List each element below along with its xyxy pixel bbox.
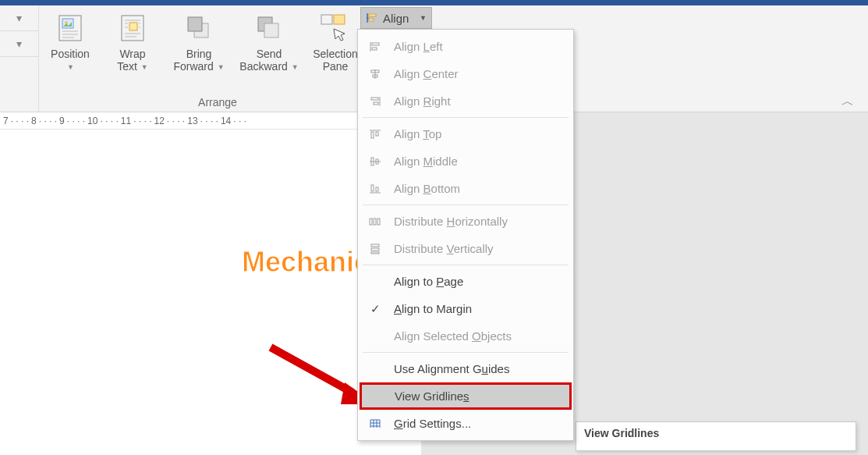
menu-view-gridlines[interactable]: View Gridlines	[360, 382, 572, 410]
wrap-text-icon	[119, 10, 146, 46]
checkmark-icon: ✓	[367, 302, 383, 316]
menu-label: Align Selected Objects	[394, 329, 512, 343]
menu-align-selected-objects[interactable]: Align Selected Objects	[358, 322, 573, 350]
menu-align-middle[interactable]: Align Middle	[358, 148, 573, 175]
stub-row[interactable]: ▾	[0, 31, 38, 57]
menu-label: Align to Margin	[394, 302, 472, 315]
menu-label: Distribute Vertically	[394, 242, 494, 255]
menu-distribute-vertically[interactable]: Distribute Vertically	[358, 235, 573, 262]
menu-separator	[363, 352, 569, 353]
svg-rect-47	[371, 252, 379, 254]
svg-rect-9	[129, 23, 137, 30]
ribbon-left-stub: ▾ ▾	[0, 5, 39, 112]
selection-pane-label: SelectionPane	[313, 48, 358, 73]
menu-use-alignment-guides[interactable]: Use Alignment Guides	[358, 355, 573, 382]
send-backward-button[interactable]: SendBackward ▼	[234, 10, 304, 76]
svg-line-48	[271, 347, 353, 393]
menu-label: Grid Settings...	[394, 417, 471, 430]
bring-forward-label: BringForward	[173, 48, 213, 73]
svg-rect-43	[374, 219, 376, 225]
svg-rect-18	[264, 23, 278, 37]
svg-rect-40	[371, 185, 374, 191]
svg-rect-25	[372, 43, 379, 45]
svg-rect-32	[374, 102, 378, 105]
collapse-ribbon-icon[interactable]: ︿	[841, 94, 854, 110]
menu-label: Align to Page	[394, 275, 463, 288]
menu-separator	[363, 265, 569, 265]
menu-label: Align Left	[394, 40, 443, 53]
position-label: Position	[51, 48, 90, 60]
align-top-icon	[367, 129, 383, 140]
svg-rect-22	[369, 14, 376, 16]
menu-separator	[363, 204, 569, 205]
position-icon	[57, 10, 83, 46]
send-backward-icon	[255, 10, 283, 46]
menu-align-top[interactable]: Align Top	[358, 120, 573, 148]
menu-separator	[363, 117, 569, 118]
group-label: Arrange	[39, 96, 396, 108]
menu-label: Align Top	[394, 127, 441, 140]
align-menu: Align Left Align Center Align Right Alig…	[357, 29, 574, 441]
svg-rect-26	[372, 48, 377, 50]
svg-rect-41	[376, 187, 378, 191]
svg-rect-44	[377, 219, 380, 225]
menu-label: Align Middle	[394, 155, 458, 168]
send-backward-label: SendBackward	[239, 48, 287, 73]
svg-rect-20	[334, 15, 345, 24]
svg-rect-45	[371, 244, 379, 247]
menu-label: Align Bottom	[394, 182, 460, 195]
dropdown-caret-icon: ▼	[420, 14, 427, 22]
svg-rect-46	[371, 248, 379, 251]
selection-pane-icon	[320, 10, 351, 46]
align-left-icon	[367, 41, 383, 52]
align-icon	[366, 12, 378, 24]
menu-align-to-margin[interactable]: ✓ Align to Margin	[358, 295, 573, 322]
svg-rect-34	[371, 132, 374, 138]
menu-align-bottom[interactable]: Align Bottom	[358, 175, 573, 202]
menu-grid-settings[interactable]: Grid Settings...	[358, 410, 573, 437]
menu-align-center[interactable]: Align Center	[358, 60, 573, 87]
menu-align-left[interactable]: Align Left	[358, 33, 573, 60]
wrap-text-button[interactable]: WrapText ▼	[101, 10, 164, 76]
svg-rect-23	[369, 19, 374, 21]
svg-rect-16	[188, 17, 202, 31]
menu-label: Use Alignment Guides	[394, 362, 509, 375]
stub-row[interactable]: ▾	[0, 5, 38, 31]
grid-icon	[367, 418, 383, 429]
menu-label: Align Center	[394, 67, 459, 80]
position-button[interactable]: Position▼	[39, 10, 101, 76]
align-dropdown-button[interactable]: Align ▼	[360, 7, 432, 29]
align-bottom-icon	[367, 183, 383, 194]
title-bar	[0, 0, 868, 5]
menu-label: Distribute Horizontally	[394, 215, 508, 228]
svg-rect-42	[370, 219, 372, 225]
svg-rect-35	[376, 132, 378, 136]
menu-distribute-horizontally[interactable]: Distribute Horizontally	[358, 208, 573, 235]
bring-forward-icon	[185, 10, 213, 46]
tooltip: View Gridlines	[576, 421, 856, 451]
distribute-h-icon	[367, 216, 383, 227]
align-center-icon	[367, 69, 383, 80]
align-middle-icon	[367, 156, 383, 167]
menu-align-right[interactable]: Align Right	[358, 87, 573, 115]
svg-rect-19	[321, 15, 332, 24]
align-right-icon	[367, 96, 383, 107]
stub-row	[0, 57, 38, 112]
bring-forward-button[interactable]: BringForward ▼	[164, 10, 234, 76]
menu-align-to-page[interactable]: Align to Page	[358, 268, 573, 295]
svg-rect-31	[371, 98, 378, 100]
distribute-v-icon	[367, 243, 383, 254]
align-button-label: Align	[383, 12, 409, 25]
menu-label: View Gridlines	[395, 389, 469, 403]
ruler: 7· · · · 8· · · · 9· · · · 10· · · · 11·…	[0, 112, 359, 130]
menu-label: Align Right	[394, 94, 451, 108]
